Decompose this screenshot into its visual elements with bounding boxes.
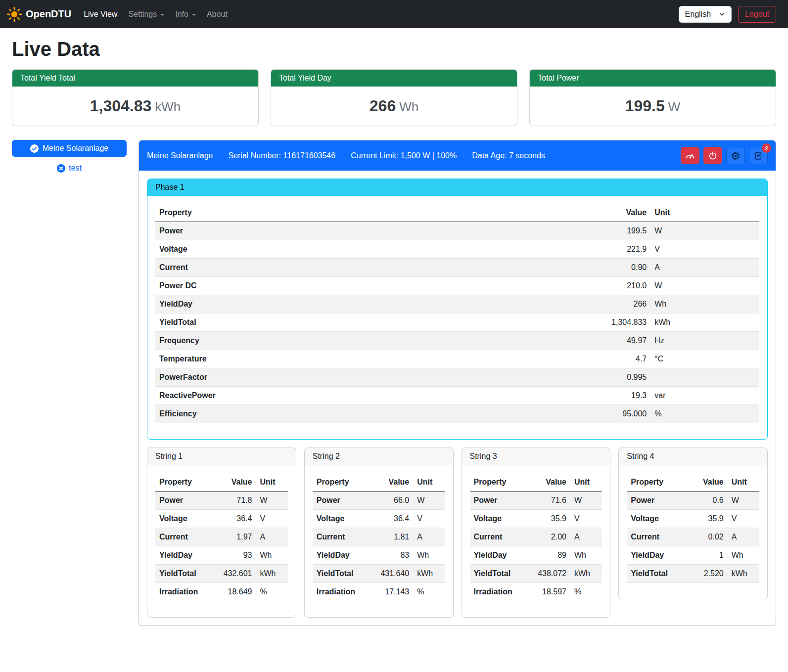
string-card-4: String 4 Property Value Unit — [618, 448, 768, 599]
table-row: ReactivePower19.3var — [155, 387, 759, 405]
unit-cell: A — [650, 259, 759, 277]
property-cell: Voltage — [313, 510, 369, 528]
value-cell: 66.0 — [369, 492, 413, 510]
summary-card-total-power: Total Power 199.5W — [529, 69, 776, 126]
unit-cell: W — [650, 277, 759, 295]
string-table: Property Value Unit Power71.8WVoltage36.… — [155, 473, 288, 601]
property-cell: Current — [155, 528, 212, 546]
unit-cell: V — [256, 510, 288, 528]
serial-number: Serial Number: 116171603546 — [228, 151, 335, 160]
property-cell: YieldTotal — [627, 565, 688, 583]
logout-button[interactable]: Logout — [738, 6, 776, 23]
check-circle-icon — [30, 144, 39, 153]
string-card-title: String 3 — [462, 448, 610, 465]
value-cell: 431.640 — [369, 565, 413, 583]
unit-cell: °C — [650, 350, 759, 368]
value-cell: 89 — [526, 546, 570, 565]
nav-links: Live View Settings Info About — [78, 6, 233, 23]
table-row: Current0.02A — [627, 528, 759, 546]
column-header-unit: Unit — [413, 473, 445, 492]
language-select[interactable]: English — [679, 6, 732, 23]
property-cell: Frequency — [155, 332, 452, 350]
column-header-unit: Unit — [256, 473, 288, 492]
inverter-panel: Meine Solaranlage Serial Number: 1161716… — [139, 140, 776, 626]
column-header-property: Property — [155, 204, 452, 222]
property-cell: ReactivePower — [155, 387, 452, 405]
inverter-select-button[interactable]: Meine Solaranlage — [12, 140, 127, 157]
unit-cell — [650, 368, 759, 387]
property-cell: YieldDay — [313, 546, 369, 565]
unit-cell: Hz — [650, 332, 759, 350]
summary-card-total-yield-total: Total Yield Total 1,304.83kWh — [12, 69, 259, 126]
value-cell: 49.97 — [452, 332, 650, 350]
event-log-button[interactable]: 2 — [749, 147, 768, 164]
value-cell: 0.995 — [452, 368, 650, 387]
brand-link[interactable]: OpenDTU — [7, 7, 71, 22]
string-table: Property Value Unit Power66.0WVoltage36.… — [313, 473, 445, 601]
value-cell: 2.520 — [689, 565, 728, 583]
property-cell: Efficiency — [155, 405, 452, 423]
column-header-value: Value — [526, 473, 570, 492]
value-cell: 1 — [689, 546, 728, 565]
property-cell: Voltage — [470, 510, 526, 528]
table-row: YieldDay1Wh — [627, 546, 759, 565]
property-cell: YieldTotal — [470, 565, 526, 583]
unit-cell: % — [413, 583, 445, 601]
property-cell: Current — [313, 528, 369, 546]
page-title: Live Data — [12, 38, 776, 60]
nav-item-label: Live View — [84, 10, 117, 19]
nav-item-about[interactable]: About — [201, 6, 233, 23]
value-cell: 432.601 — [212, 565, 256, 583]
unit-cell: kWh — [650, 314, 759, 332]
column-header-property: Property — [627, 473, 688, 492]
table-row: YieldDay266Wh — [155, 295, 759, 314]
summary-card-body: 266Wh — [271, 87, 517, 126]
table-row: Efficiency95.000% — [155, 405, 759, 423]
phase-card: Phase 1 Property Value Unit Power199.5WV… — [147, 179, 768, 440]
string-card-body: Property Value Unit Power71.6WVoltage35.… — [462, 465, 610, 617]
unit-cell: W — [570, 492, 602, 510]
table-row: Irradiation18.597% — [470, 583, 603, 601]
value-cell: 71.6 — [526, 492, 570, 510]
cpu-icon — [731, 151, 741, 161]
summary-card-body: 1,304.83kWh — [12, 87, 258, 126]
column-header-value: Value — [689, 473, 728, 492]
value-cell: 83 — [369, 546, 413, 565]
device-info-button[interactable] — [726, 147, 745, 164]
property-cell: Current — [470, 528, 526, 546]
panel-actions: 2 — [681, 147, 768, 164]
gauge-icon — [685, 151, 695, 161]
value-cell: 71.8 — [212, 492, 256, 510]
value-cell: 18.597 — [526, 583, 570, 601]
inverter-item-test[interactable]: test — [12, 164, 127, 173]
summary-value: 1,304.83 — [90, 97, 152, 115]
value-cell: 19.3 — [452, 387, 650, 405]
table-row: Current0.90A — [155, 259, 759, 277]
inverter-list: Meine Solaranlage test — [12, 140, 127, 626]
value-cell: 36.4 — [212, 510, 256, 528]
unit-cell: % — [650, 405, 759, 423]
string-card-body: Property Value Unit Power66.0WVoltage36.… — [305, 465, 453, 617]
power-button[interactable] — [703, 147, 722, 164]
property-cell: Current — [627, 528, 688, 546]
unit-cell: % — [256, 583, 288, 601]
limit-settings-button[interactable] — [681, 147, 699, 164]
string-card-body: Property Value Unit Power71.8WVoltage36.… — [147, 465, 296, 617]
column-header-unit: Unit — [728, 473, 759, 492]
property-cell: YieldDay — [155, 546, 212, 565]
inverter-name: test — [69, 164, 82, 173]
table-row: Frequency49.97Hz — [155, 332, 759, 350]
table-row: YieldTotal1,304.833kWh — [155, 314, 759, 332]
unit-cell: % — [570, 583, 602, 601]
string-card-title: String 4 — [619, 448, 767, 465]
value-cell: 18.649 — [212, 583, 256, 601]
value-cell: 0.90 — [452, 259, 650, 277]
unit-cell: kWh — [728, 565, 759, 583]
nav-item-live-view[interactable]: Live View — [78, 6, 123, 23]
nav-item-info[interactable]: Info — [170, 6, 201, 23]
table-header-row: Property Value Unit — [470, 473, 603, 492]
table-row: YieldTotal2.520kWh — [627, 565, 759, 583]
nav-item-settings[interactable]: Settings — [123, 6, 170, 23]
column-header-unit: Unit — [650, 204, 759, 222]
property-cell: Temperature — [155, 350, 452, 368]
